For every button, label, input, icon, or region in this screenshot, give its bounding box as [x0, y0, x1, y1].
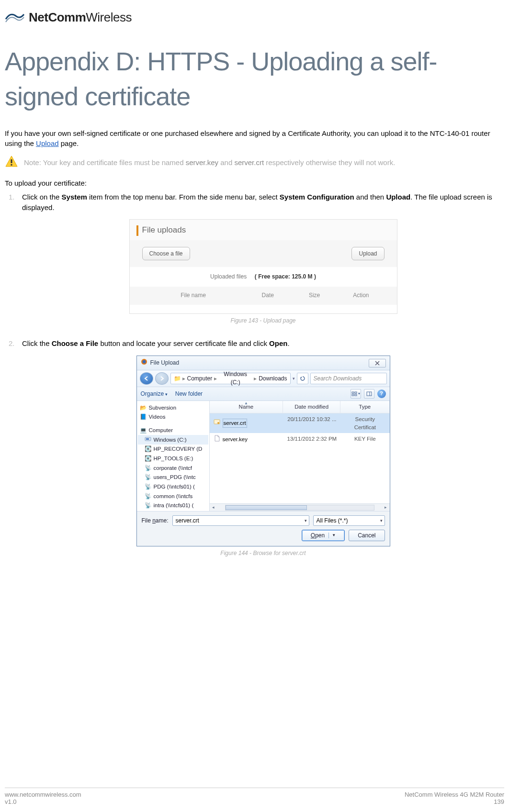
open-button[interactable]: Open ▼ — [302, 530, 345, 541]
search-input[interactable]: Search Downloads — [310, 373, 387, 384]
network-drive-icon: 📡 — [145, 492, 151, 501]
warning-icon — [5, 155, 18, 170]
network-drive-icon: 📡 — [145, 473, 151, 481]
svg-rect-2 — [11, 164, 12, 166]
file-filter-select[interactable]: All Files (*.*)▾ — [313, 515, 385, 526]
new-folder-button[interactable]: New folder — [175, 390, 203, 398]
help-button[interactable]: ? — [377, 389, 386, 398]
nav-tree[interactable]: 📂Subversion 📘Videos 💻Computer Windows (C… — [137, 401, 210, 511]
horizontal-scrollbar[interactable]: ◂ ▸ — [210, 503, 390, 511]
folder-icon: 📁 — [174, 375, 181, 383]
footer-page-number: 139 — [405, 798, 504, 805]
dialog-title: File Upload — [150, 359, 180, 367]
breadcrumb[interactable]: 📁 ▸ Computer▸ Windows (C:)▸ Downloads — [170, 373, 291, 384]
disk-icon — [145, 436, 151, 444]
file-row[interactable]: server.crt 20/11/2012 10:32 ... Security… — [210, 413, 390, 433]
svg-rect-11 — [355, 394, 357, 396]
footer-product: NetComm Wireless 4G M2M Router — [405, 791, 504, 798]
file-icon — [214, 435, 220, 444]
note-text: Note: Your key and certificate files mus… — [24, 158, 395, 167]
svg-rect-12 — [367, 392, 372, 396]
step-1: 1. Click on the System item from the top… — [22, 192, 504, 325]
svg-rect-15 — [146, 438, 149, 440]
file-uploads-panel: File uploads Choose a file Upload Upload… — [129, 219, 397, 313]
folder-icon: 📂 — [140, 404, 147, 412]
computer-icon: 💻 — [140, 426, 147, 434]
step-2: 2. Click the Choose a File button and lo… — [22, 338, 504, 558]
filename-input[interactable]: server.crt▾ — [172, 515, 309, 526]
nav-forward-button[interactable] — [155, 372, 169, 385]
figure-caption-1: Figure 143 - Upload page — [22, 317, 504, 325]
table-header: File name Date Size Action — [130, 287, 397, 304]
svg-point-17 — [217, 422, 219, 424]
filename-label: File name: — [142, 517, 169, 525]
disk-icon: 💽 — [145, 455, 151, 463]
upload-button[interactable]: Upload — [351, 247, 384, 260]
figure-caption-2: Figure 144 - Browse for server.crt — [22, 549, 504, 557]
upload-link[interactable]: Upload — [36, 139, 59, 147]
preview-pane-button[interactable] — [364, 389, 374, 399]
file-list[interactable]: ▲Name Date modified Type server.crt — [210, 401, 390, 511]
panel-title: File uploads — [142, 224, 186, 236]
file-list-header[interactable]: ▲Name Date modified Type — [210, 401, 390, 413]
svg-rect-9 — [355, 392, 357, 393]
note-callout: Note: Your key and certificate files mus… — [5, 155, 504, 170]
view-options-button[interactable]: ▾ — [351, 389, 361, 399]
footer-version: v1.0 — [5, 798, 81, 805]
file-row[interactable]: server.key 13/11/2012 2:32 PM KEY File — [210, 433, 390, 446]
intro-paragraph: If you have your own self-signed certifi… — [5, 128, 504, 148]
file-upload-dialog: File Upload 📁 ▸ C — [136, 356, 390, 546]
page-footer: www.netcommwireless.com v1.0 NetComm Wir… — [5, 788, 504, 805]
videos-icon: 📘 — [140, 413, 147, 421]
close-button[interactable] — [369, 359, 386, 367]
refresh-button[interactable] — [297, 373, 308, 384]
svg-rect-8 — [352, 392, 354, 393]
network-drive-icon: 📡 — [145, 501, 151, 510]
uploaded-files-label: Uploaded files — [210, 273, 247, 280]
accent-bar — [136, 225, 138, 236]
upload-intro: To upload your certificate: — [5, 179, 504, 187]
nav-back-button[interactable] — [140, 372, 153, 385]
cancel-button[interactable]: Cancel — [349, 530, 385, 541]
network-drive-icon: 📡 — [145, 483, 151, 491]
brand-header: NetCommWireless — [5, 10, 504, 25]
organize-menu[interactable]: Organize — [141, 390, 168, 398]
choose-file-button[interactable]: Choose a file — [142, 247, 190, 260]
brand-logo-icon — [5, 10, 25, 25]
brand-name: NetCommWireless — [29, 10, 132, 25]
certificate-icon — [214, 419, 220, 427]
page-title: Appendix D: HTTPS - Uploading a self-sig… — [5, 44, 504, 114]
firefox-icon — [141, 358, 147, 367]
free-space-value: ( Free space: 125.0 M ) — [255, 273, 316, 280]
network-drive-icon: 📡 — [145, 464, 151, 472]
svg-point-4 — [142, 360, 146, 363]
svg-rect-1 — [11, 159, 12, 163]
footer-url: www.netcommwireless.com — [5, 791, 81, 798]
svg-rect-10 — [352, 394, 354, 396]
disk-icon: 💽 — [145, 445, 151, 453]
